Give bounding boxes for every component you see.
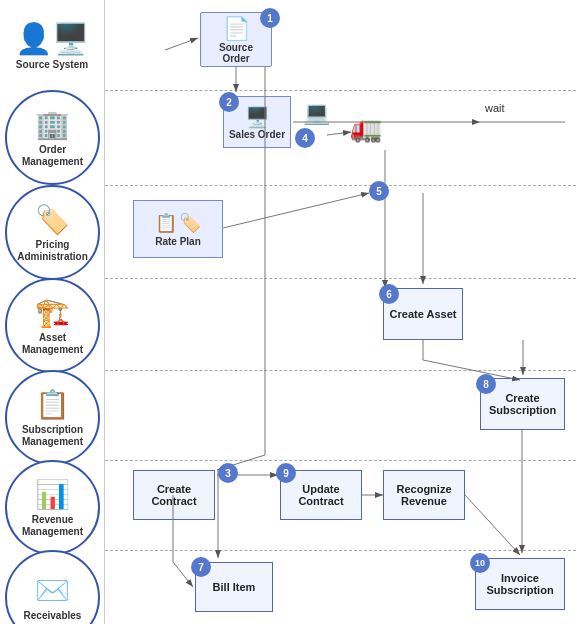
- create-contract-label: Create Contract: [138, 483, 210, 507]
- laptop-icon: 💻: [303, 100, 330, 126]
- subscription-management-label: Subscription Management: [7, 424, 98, 448]
- pricing-admin-label: Pricing Administration: [7, 239, 98, 263]
- step-4: 4: [295, 128, 315, 148]
- revenue-management-label: Revenue Management: [7, 514, 98, 538]
- pricing-admin-icon: 🏷️: [35, 203, 70, 236]
- step-6: 6: [379, 284, 399, 304]
- step-2: 2: [219, 92, 239, 112]
- asset-management-label: Asset Management: [7, 332, 98, 356]
- divider-6: [105, 550, 576, 551]
- sidebar-item-asset-management[interactable]: 🏗️ Asset Management: [5, 278, 100, 373]
- arrows-overlay: [105, 0, 576, 624]
- svg-line-19: [465, 495, 520, 555]
- recognize-revenue-box: Recognize Revenue: [383, 470, 465, 520]
- divider-5: [105, 460, 576, 461]
- order-management-icon: 🏢: [35, 108, 70, 141]
- sidebar: 🏢 Order Management 🏷️ Pricing Administra…: [0, 90, 105, 624]
- rate-plan-label: Rate Plan: [155, 236, 201, 247]
- divider-4: [105, 370, 576, 371]
- step-7: 7: [191, 557, 211, 577]
- svg-line-9: [223, 193, 369, 228]
- subscription-management-icon: 📋: [35, 388, 70, 421]
- sidebar-item-receivables[interactable]: ✉️ Receivables: [5, 550, 100, 624]
- source-system-icon: 👤🖥️: [15, 21, 89, 56]
- order-management-label: Order Management: [7, 144, 98, 168]
- sidebar-item-revenue-management[interactable]: 📊 Revenue Management: [5, 460, 100, 555]
- update-contract-label: Update Contract: [285, 483, 357, 507]
- bill-item-label: Bill Item: [213, 581, 256, 593]
- sales-order-label: Sales Order: [229, 129, 285, 140]
- source-system-label: Source System: [16, 59, 88, 70]
- wait-label: wait: [485, 102, 505, 114]
- rate-plan-box: 📋 🏷️ Rate Plan: [133, 200, 223, 258]
- sidebar-item-pricing-administration[interactable]: 🏷️ Pricing Administration: [5, 185, 100, 280]
- source-order-label: Source Order: [205, 42, 267, 64]
- source-order-icon: 📄: [223, 16, 250, 42]
- svg-line-1: [165, 38, 198, 50]
- svg-line-16: [173, 562, 193, 587]
- divider-1: [105, 90, 576, 91]
- source-system-sidebar: 👤🖥️ Source System: [0, 0, 105, 90]
- receivables-label: Receivables: [24, 610, 82, 622]
- sales-order-icon: 🖥️: [245, 105, 270, 129]
- step-10: 10: [470, 553, 490, 573]
- step-1: 1: [260, 8, 280, 28]
- create-contract-box: Create Contract: [133, 470, 215, 520]
- sidebar-item-subscription-management[interactable]: 📋 Subscription Management: [5, 370, 100, 465]
- create-asset-label: Create Asset: [390, 308, 457, 320]
- sidebar-item-order-management[interactable]: 🏢 Order Management: [5, 90, 100, 185]
- step-8: 8: [476, 374, 496, 394]
- step-3: 3: [218, 463, 238, 483]
- svg-line-5: [327, 132, 351, 135]
- main-diagram: 📄 Source Order 1 🖥️ Sales Order 2 4 💻 🚛 …: [105, 0, 576, 624]
- step-9: 9: [276, 463, 296, 483]
- recognize-revenue-label: Recognize Revenue: [388, 483, 460, 507]
- divider-2: [105, 185, 576, 186]
- invoice-subscription-label: Invoice Subscription: [480, 572, 560, 596]
- receivables-icon: ✉️: [35, 574, 70, 607]
- step-5: 5: [369, 181, 389, 201]
- revenue-management-icon: 📊: [35, 478, 70, 511]
- divider-3: [105, 278, 576, 279]
- truck-icon: 🚛: [350, 113, 382, 144]
- create-subscription-label: Create Subscription: [485, 392, 560, 416]
- asset-management-icon: 🏗️: [35, 296, 70, 329]
